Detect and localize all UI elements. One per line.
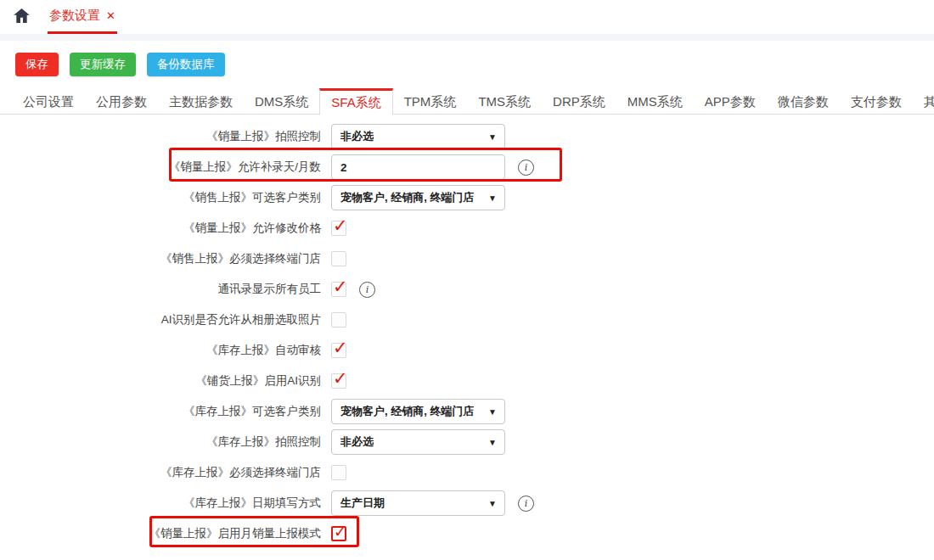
tab-tpm-system[interactable]: TPM系统 <box>393 88 468 114</box>
tab-payment-params[interactable]: 支付参数 <box>840 88 913 114</box>
field-label: 《库存上报》自动审核 <box>0 343 331 358</box>
tab-sfa-system[interactable]: SFA系统 <box>319 88 392 115</box>
save-button[interactable]: 保存 <box>15 53 59 76</box>
row-sales-report-photo-control: 《销量上报》拍照控制 非必选 ▼ <box>0 121 934 152</box>
select-value: 宠物客户, 经销商, 终端门店 <box>340 404 474 419</box>
home-button[interactable] <box>12 8 31 26</box>
field-label: 《库存上报》日期填写方式 <box>0 496 331 511</box>
sales-report-photo-control-select[interactable]: 非必选 ▼ <box>331 124 505 149</box>
select-value: 宠物客户, 经销商, 终端门店 <box>340 190 474 205</box>
show-all-employees-checkbox[interactable]: ✓ <box>331 282 346 297</box>
info-icon[interactable]: i <box>518 160 534 176</box>
tab-wechat-params[interactable]: 微信参数 <box>767 88 840 114</box>
row-sales-report-makeup-days: 《销量上报》允许补录天/月数 i <box>0 152 934 182</box>
checkmark-icon: ✓ <box>334 524 346 542</box>
toolbar: 保存 更新缓存 备份数据库 <box>15 53 934 76</box>
sfa-settings-form: 《销量上报》拍照控制 非必选 ▼ 《销量上报》允许补录天/月数 i 《销售上报》… <box>0 121 934 549</box>
row-sales-upload-customer-types: 《销售上报》可选客户类别 宠物客户, 经销商, 终端门店 ▼ <box>0 182 934 213</box>
settings-page: 参数设置 ✕ 保存 更新缓存 备份数据库 公司设置 公用参数 主数据参数 DMS… <box>0 0 934 560</box>
field-label: 《铺货上报》启用AI识别 <box>0 373 331 389</box>
inventory-customer-types-select[interactable]: 宠物客户, 经销商, 终端门店 ▼ <box>331 399 505 424</box>
row-inventory-date-fill-mode: 《库存上报》日期填写方式 生产日期 ▼ i <box>0 488 934 518</box>
checkmark-icon: ✓ <box>333 276 348 297</box>
home-icon <box>14 8 30 26</box>
row-inventory-report-photo-control: 《库存上报》拍照控制 非必选 ▼ <box>0 427 934 457</box>
select-value: 非必选 <box>340 434 374 450</box>
page-title: 参数设置 <box>49 8 100 24</box>
open-page-tab[interactable]: 参数设置 ✕ <box>48 0 117 34</box>
tab-app-params[interactable]: APP参数 <box>694 88 767 114</box>
row-inventory-report-auto-audit: 《库存上报》自动审核 ✓ <box>0 335 934 366</box>
field-label: AI识别是否允许从相册选取照片 <box>0 312 331 328</box>
select-value: 非必选 <box>340 129 374 144</box>
field-label: 《销售上报》可选客户类别 <box>0 190 331 205</box>
sales-upload-customer-types-select[interactable]: 宠物客户, 经销商, 终端门店 ▼ <box>331 185 505 210</box>
info-icon[interactable]: i <box>359 282 375 298</box>
tab-other-params[interactable]: 其他参数 <box>913 88 934 114</box>
field-label: 《销量上报》拍照控制 <box>0 129 331 144</box>
row-inventory-require-terminal-store: 《库存上报》必须选择终端门店 <box>0 457 934 488</box>
chevron-down-icon: ▼ <box>488 193 497 203</box>
category-tabs: 公司设置 公用参数 主数据参数 DMS系统 SFA系统 TPM系统 TMS系统 … <box>0 88 934 115</box>
ai-recognition-checkbox[interactable]: ✓ <box>331 373 346 389</box>
header-divider <box>0 34 934 41</box>
tab-master-data-params[interactable]: 主数据参数 <box>158 88 244 114</box>
chevron-down-icon: ▼ <box>488 132 497 142</box>
row-ai-allow-album-photos: AI识别是否允许从相册选取照片 <box>0 305 934 335</box>
ai-allow-album-photos-checkbox[interactable] <box>331 312 346 328</box>
field-label: 《库存上报》可选客户类别 <box>0 404 331 419</box>
field-label: 通讯录显示所有员工 <box>0 282 331 297</box>
field-label: 《销量上报》启用月销量上报模式 <box>0 526 331 541</box>
field-label: 《销量上报》允许补录天/月数 <box>0 160 331 175</box>
tab-tms-system[interactable]: TMS系统 <box>467 88 542 114</box>
chevron-down-icon: ▼ <box>488 499 497 508</box>
close-tab-icon[interactable]: ✕ <box>106 10 115 21</box>
refresh-cache-button[interactable]: 更新缓存 <box>70 53 136 76</box>
info-icon[interactable]: i <box>518 496 534 512</box>
checkmark-icon: ✓ <box>333 367 348 389</box>
sales-report-makeup-days-input[interactable] <box>331 154 505 180</box>
field-label: 《销售上报》必须选择终端门店 <box>0 251 331 266</box>
checkmark-icon: ✓ <box>333 337 348 358</box>
inventory-photo-control-select[interactable]: 非必选 ▼ <box>331 429 505 455</box>
chevron-down-icon: ▼ <box>488 407 497 417</box>
monthly-sales-report-mode-checkbox[interactable]: ✓ <box>331 526 346 541</box>
inventory-date-fill-mode-select[interactable]: 生产日期 ▼ <box>331 490 505 516</box>
auto-audit-checkbox[interactable]: ✓ <box>331 343 346 358</box>
checkmark-icon: ✓ <box>333 215 348 236</box>
tab-drp-system[interactable]: DRP系统 <box>542 88 616 114</box>
row-sales-upload-require-terminal-store: 《销售上报》必须选择终端门店 <box>0 244 934 274</box>
field-label: 《库存上报》必须选择终端门店 <box>0 465 331 480</box>
allow-price-edit-checkbox[interactable]: ✓ <box>331 221 346 236</box>
row-inventory-report-customer-types: 《库存上报》可选客户类别 宠物客户, 经销商, 终端门店 ▼ <box>0 396 934 427</box>
field-label: 《销量上报》允许修改价格 <box>0 221 331 236</box>
select-value: 生产日期 <box>340 496 385 511</box>
tab-dms-system[interactable]: DMS系统 <box>244 88 319 114</box>
backup-database-button[interactable]: 备份数据库 <box>147 53 225 76</box>
breadcrumb-bar: 参数设置 ✕ <box>0 0 934 34</box>
tab-company-settings[interactable]: 公司设置 <box>12 88 85 114</box>
field-label: 《库存上报》拍照控制 <box>0 434 331 450</box>
row-contacts-show-all-employees: 通讯录显示所有员工 ✓ i <box>0 274 934 305</box>
row-sales-report-allow-price-edit: 《销量上报》允许修改价格 ✓ <box>0 213 934 244</box>
row-distribution-report-ai-recognition: 《铺货上报》启用AI识别 ✓ <box>0 366 934 396</box>
tab-common-params[interactable]: 公用参数 <box>85 88 158 114</box>
require-terminal-store-checkbox[interactable] <box>331 251 346 266</box>
row-monthly-sales-report-mode: 《销量上报》启用月销量上报模式 ✓ <box>0 518 934 549</box>
inventory-require-terminal-store-checkbox[interactable] <box>331 465 346 480</box>
chevron-down-icon: ▼ <box>488 438 497 447</box>
tab-mms-system[interactable]: MMS系统 <box>616 88 694 114</box>
